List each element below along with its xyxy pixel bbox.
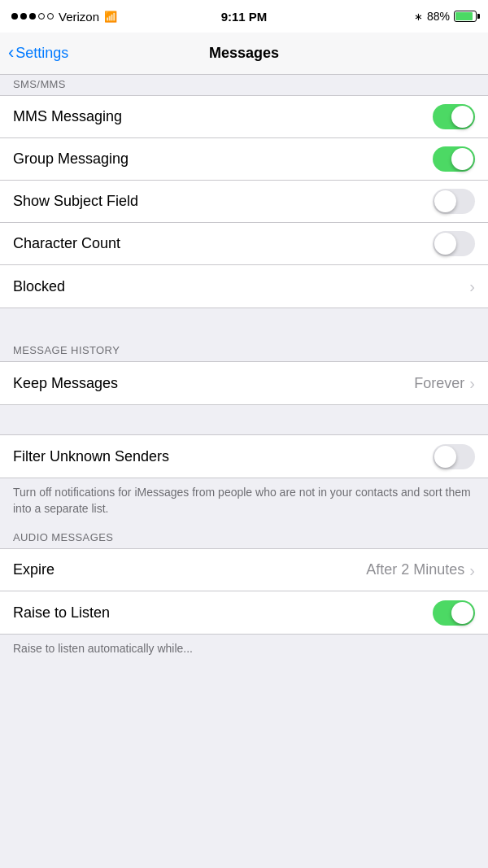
battery-icon <box>454 11 477 22</box>
keep-messages-chevron-icon: › <box>469 375 475 391</box>
dot-1 <box>11 13 18 20</box>
back-button[interactable]: ‹ Settings <box>8 45 68 62</box>
spacer-1 <box>0 308 488 338</box>
raise-to-listen-description-text: Raise to listen automatically while... <box>13 642 193 655</box>
smsmms-group: MMS Messaging Group Messaging Show Subje… <box>0 95 488 308</box>
bluetooth-icon: ∗ <box>414 11 423 23</box>
keep-messages-right: Forever › <box>414 375 475 392</box>
smsmms-section-label: SMS/MMS <box>0 75 488 95</box>
status-bar: Verizon 📶 9:11 PM ∗ 88% <box>0 0 488 33</box>
show-subject-field-toggle-thumb <box>434 190 456 212</box>
nav-bar: ‹ Settings Messages <box>0 33 488 75</box>
dot-4 <box>38 13 45 20</box>
back-chevron-icon: ‹ <box>8 44 14 62</box>
group-messaging-row[interactable]: Group Messaging <box>0 138 488 181</box>
dot-2 <box>20 13 27 20</box>
blocked-right: › <box>469 278 475 294</box>
keep-messages-label: Keep Messages <box>13 375 118 392</box>
mms-messaging-row[interactable]: MMS Messaging <box>0 96 488 138</box>
spacer-2 <box>0 405 488 434</box>
raise-to-listen-toggle-thumb <box>451 602 473 624</box>
character-count-toggle-thumb <box>434 233 456 255</box>
page-title: Messages <box>209 45 279 62</box>
show-subject-field-label: Show Subject Field <box>13 193 138 210</box>
mms-messaging-toggle[interactable] <box>433 104 475 129</box>
dot-5 <box>47 13 54 20</box>
battery-percentage: 88% <box>427 10 450 23</box>
show-subject-field-toggle[interactable] <box>433 189 475 214</box>
filter-group: Filter Unknown Senders <box>0 434 488 478</box>
expire-row[interactable]: Expire After 2 Minutes › <box>0 549 488 591</box>
raise-to-listen-toggle[interactable] <box>433 600 475 626</box>
filter-unknown-senders-toggle[interactable] <box>433 444 475 469</box>
raise-to-listen-label: Raise to Listen <box>13 604 110 622</box>
dot-3 <box>29 13 36 20</box>
blocked-chevron-icon: › <box>469 278 475 294</box>
character-count-row[interactable]: Character Count <box>0 223 488 265</box>
expire-label: Expire <box>13 561 54 578</box>
message-history-section-label: MESSAGE HISTORY <box>0 338 488 361</box>
blocked-label: Blocked <box>13 278 65 295</box>
signal-dots <box>11 13 54 20</box>
expire-chevron-icon: › <box>469 562 475 578</box>
audio-messages-group: Expire After 2 Minutes › Raise to Listen <box>0 548 488 635</box>
keep-messages-row[interactable]: Keep Messages Forever › <box>0 362 488 404</box>
group-messaging-toggle[interactable] <box>433 146 475 172</box>
audio-messages-section-label: AUDIO MESSAGES <box>0 525 488 548</box>
keep-messages-value: Forever <box>414 375 464 392</box>
group-messaging-label: Group Messaging <box>13 150 129 168</box>
raise-to-listen-description: Raise to listen automatically while... <box>0 635 488 665</box>
message-history-group: Keep Messages Forever › <box>0 361 488 405</box>
filter-description: Turn off notifications for iMessages fro… <box>0 478 488 525</box>
carrier-label: Verizon <box>59 10 99 24</box>
mms-messaging-label: MMS Messaging <box>13 108 122 125</box>
character-count-toggle[interactable] <box>433 231 475 256</box>
back-label: Settings <box>15 45 68 62</box>
status-left: Verizon 📶 <box>11 10 117 24</box>
character-count-label: Character Count <box>13 235 120 252</box>
battery-fill <box>455 12 473 20</box>
filter-unknown-senders-row[interactable]: Filter Unknown Senders <box>0 435 488 478</box>
filter-unknown-senders-label: Filter Unknown Senders <box>13 448 169 465</box>
expire-value: After 2 Minutes <box>366 561 464 578</box>
blocked-row[interactable]: Blocked › <box>0 265 488 308</box>
filter-unknown-senders-toggle-thumb <box>434 446 456 468</box>
expire-right: After 2 Minutes › <box>366 561 475 578</box>
status-right: ∗ 88% <box>414 10 477 23</box>
mms-messaging-toggle-thumb <box>451 106 473 128</box>
wifi-icon: 📶 <box>104 11 117 23</box>
show-subject-field-row[interactable]: Show Subject Field <box>0 181 488 223</box>
group-messaging-toggle-thumb <box>451 148 473 170</box>
raise-to-listen-row[interactable]: Raise to Listen <box>0 591 488 634</box>
filter-description-text: Turn off notifications for iMessages fro… <box>13 486 471 515</box>
status-time: 9:11 PM <box>221 10 268 24</box>
